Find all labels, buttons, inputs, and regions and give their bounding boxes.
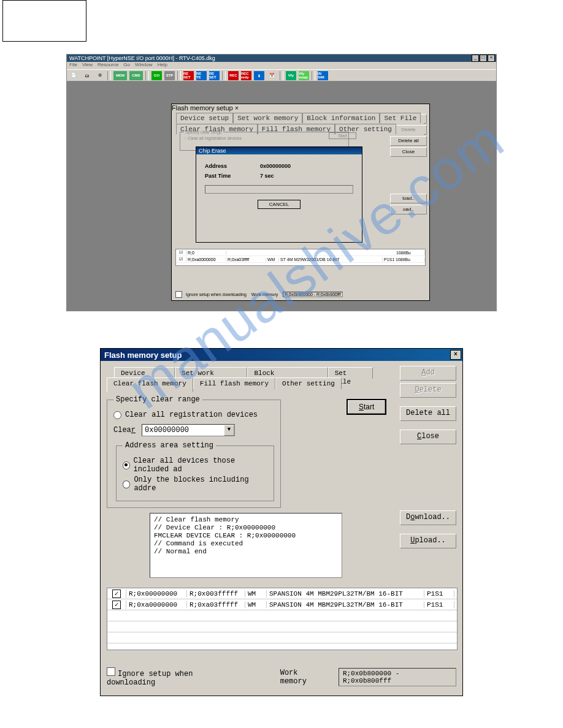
table-row: ✓ R;0x00000000 R;0x003fffff WM SPANSION … <box>107 588 457 599</box>
start-button[interactable]: Start <box>347 399 386 415</box>
work-memory-label: Work memory <box>280 669 329 686</box>
toolbar-rec[interactable]: REC <box>228 70 239 81</box>
bg-start-button[interactable]: Start <box>329 132 356 139</box>
bg-delete-all-button[interactable]: Delete all <box>390 136 427 146</box>
upload-button[interactable]: Upload.. <box>400 534 456 548</box>
toolbar-vfy[interactable]: Vfy <box>285 70 297 81</box>
dialog-close-button[interactable]: × <box>450 350 461 360</box>
log-output: // Clear flash memory // Device Clear : … <box>150 513 342 578</box>
toolbar-btn-2[interactable]: 🗂 <box>81 70 93 81</box>
download-button[interactable]: Download.. <box>400 510 456 525</box>
bg-close-button[interactable]: Close <box>390 147 427 157</box>
specify-clear-range-group: Specify clear range Clear all registrati… <box>107 395 281 508</box>
flash-memory-setup-dialog: Flash memory setup × Device setup Set wo… <box>100 348 463 696</box>
toolbar-btn-1[interactable]: 📄 <box>68 70 80 81</box>
dialog-tabs: Device setup Set work memory Block infor… <box>107 367 373 392</box>
device-table: ✓ R;0x00000000 R;0x003fffff WM SPANSION … <box>107 588 458 650</box>
work-memory-value: R;0x0b800000 - R;0x0b800fff <box>339 668 456 686</box>
modal-title: Chip Erase <box>196 147 362 154</box>
menu-file[interactable]: File <box>69 62 77 69</box>
bg-tab-setfile[interactable]: Set File <box>380 113 421 123</box>
add-button[interactable]: Add <box>400 366 456 381</box>
progress-bar <box>205 185 353 194</box>
row2-checkbox[interactable]: ✓ <box>112 601 121 609</box>
close-button[interactable]: × <box>488 55 495 62</box>
bg-device-list: ☑ R;0 168itBu ☑ R;0xa0000000 R;0xa03ffff… <box>175 249 426 266</box>
tab-fill-flash[interactable]: Fill flash memory <box>193 377 275 389</box>
table-row: ✓ R;0xa0000000 R;0xa03fffff WM SPANSION … <box>107 599 457 610</box>
bg-footer: Ignore setup when downloading Work memor… <box>175 291 426 298</box>
toolbar-blue1[interactable]: ⬇ <box>253 70 265 81</box>
app-titlebar: WATCHPOINT [HyperNSE I/O port 0000H] - R… <box>67 55 496 62</box>
dialog-title: Flash memory setup <box>104 351 182 360</box>
bg-upload-button[interactable]: oad.. <box>390 205 427 214</box>
toolbar-mem[interactable]: MEM <box>113 70 128 81</box>
bg-row-2: ☑ R;0xa0000000 R;0xa03fffff WM ST 4M M29… <box>176 256 425 263</box>
tab-other-setting[interactable]: Other setting <box>275 377 342 389</box>
toolbar-recrdy[interactable]: REC redy <box>240 70 252 81</box>
toolbar-stop[interactable]: STP <box>164 70 175 81</box>
delete-button[interactable]: Delete <box>400 383 456 398</box>
app-title: WATCHPOINT [HyperNSE I/O port 0000H] - R… <box>69 55 215 62</box>
toolbar-vfyswap[interactable]: Vfy swap <box>298 70 310 81</box>
toolbar-rete[interactable]: RE TE <box>196 70 207 81</box>
menu-window[interactable]: Window <box>135 62 152 69</box>
bg-tab-device[interactable]: Device setup <box>176 113 233 123</box>
bg-tab-workmem[interactable]: Set work memory <box>233 113 302 123</box>
menu-resource[interactable]: Resource <box>98 62 118 69</box>
dropdown-arrow-icon[interactable]: ▼ <box>224 425 234 436</box>
toolbar-insim[interactable]: IN SIM <box>317 70 329 81</box>
toolbar-cal[interactable]: 📅 <box>266 70 278 81</box>
toolbar-reset[interactable]: RE SET <box>183 70 194 81</box>
minimize-button[interactable]: _ <box>472 55 479 62</box>
page-corner-box <box>2 0 86 42</box>
bgwin-title: Flash memory setup <box>172 104 233 112</box>
desktop-window: WATCHPOINT [HyperNSE I/O port 0000H] - R… <box>66 54 497 311</box>
cancel-button[interactable]: CANCEL <box>258 200 301 209</box>
radio-clear-all[interactable]: Clear all registration devices <box>113 411 274 419</box>
toolbar-reset2[interactable]: RE SET <box>209 70 220 81</box>
delete-all-button[interactable]: Delete all <box>400 406 456 421</box>
menu-view[interactable]: View <box>82 62 93 69</box>
bgwin-titlebar: Flash memory setup × <box>172 104 429 112</box>
bg-download-button[interactable]: load.. <box>390 194 427 203</box>
bgwin-close[interactable]: × <box>235 104 239 112</box>
toolbar-cmd[interactable]: CMD <box>129 70 144 81</box>
toolbar: 📄 🗂 ⚙ MEM CMD GO STP RE SET RE TE RE SET… <box>67 69 496 82</box>
menu-go[interactable]: Go <box>123 62 130 69</box>
toolbar-go[interactable]: GO <box>151 70 163 81</box>
toolbar-btn-3[interactable]: ⚙ <box>94 70 105 81</box>
bg-row-1: ☑ R;0 168itBu <box>176 249 425 256</box>
radio-clear-all-devices[interactable]: Clear all devices those included ad <box>123 457 267 474</box>
row1-checkbox[interactable]: ✓ <box>112 590 121 598</box>
maximize-button[interactable]: □ <box>480 55 487 62</box>
chip-erase-dialog: Chip Erase Address0x00000000 Past Time7 … <box>196 146 362 243</box>
menubar: File View Resource Go Window Help <box>67 62 496 69</box>
clear-address-combo[interactable]: 0x00000000 ▼ <box>142 424 235 436</box>
dialog-footer: Ignore setup when downloading Work memor… <box>107 667 456 687</box>
radio-only-blocks[interactable]: Only the blockes including addre <box>123 476 267 493</box>
menu-help[interactable]: Help <box>157 62 167 69</box>
clear-label: Clear <box>113 426 136 434</box>
ignore-setup-checkbox[interactable]: Ignore setup when downloading <box>107 667 246 687</box>
close-button[interactable]: Close <box>400 430 456 444</box>
address-area-setting-group: Address area setting Clear all devices t… <box>116 441 274 501</box>
tab-clear-flash[interactable]: Clear flash memory <box>107 377 193 392</box>
bg-tab-block[interactable]: Block information <box>302 113 380 123</box>
